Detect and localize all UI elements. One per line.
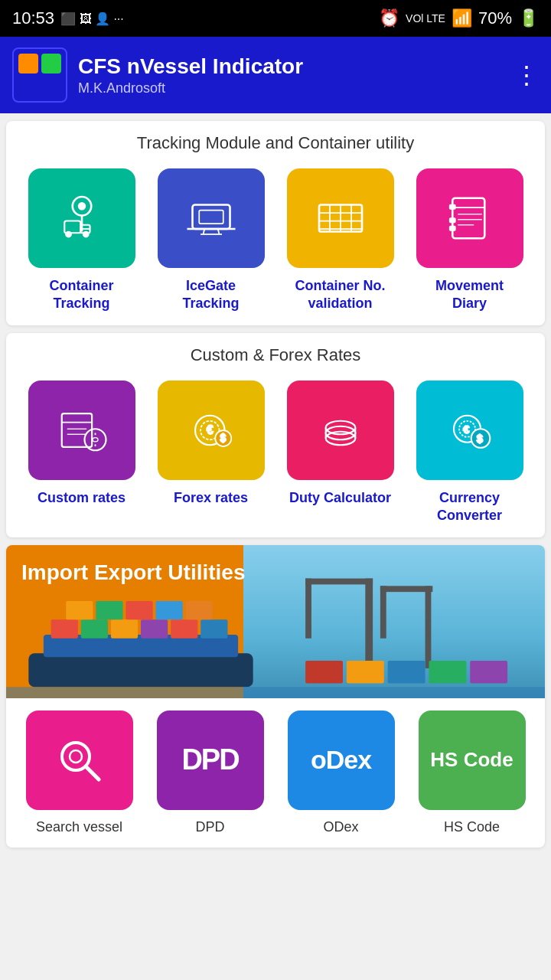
svg-rect-52 [111, 619, 138, 638]
tracking-section: Tracking Module and Container utility Co… [6, 121, 545, 325]
svg-rect-27 [449, 227, 455, 230]
odex-label: ODex [323, 819, 358, 835]
hscode-item[interactable]: HS Code HS Code [411, 710, 533, 835]
duty-calculator-icon-box [287, 381, 394, 480]
alarm-icon: ⏰ [379, 8, 399, 28]
status-icons: ⬛ 🖼 👤 ··· [60, 11, 124, 26]
svg-rect-67 [305, 661, 343, 683]
search-vessel-label: Search vessel [36, 819, 122, 835]
import-export-banner: Import Export Utilities [6, 545, 545, 698]
svg-rect-20 [452, 198, 484, 239]
movement-diary-label: MovementDiary [435, 277, 504, 313]
svg-rect-68 [347, 661, 384, 683]
svg-rect-65 [380, 586, 432, 592]
odex-text: oDex [311, 745, 371, 775]
import-export-title: Import Export Utilities [21, 560, 245, 585]
truck-location-icon [55, 191, 109, 245]
forex-rates-icon-box: € $ [158, 381, 265, 480]
svg-rect-71 [470, 661, 507, 683]
odex-item[interactable]: oDex ODex [280, 710, 402, 835]
svg-text:€: € [206, 423, 213, 436]
svg-point-4 [66, 232, 71, 237]
svg-text:$: $ [476, 433, 483, 445]
movement-diary-item[interactable]: MovementDiary [409, 168, 530, 313]
battery-icon: 🔋 [518, 8, 539, 28]
app-title-group: CFS nVessel Indicator M.K.Androsoft [78, 54, 303, 96]
container-tracking-item[interactable]: ContainerTracking [21, 168, 142, 313]
app-bar: CFS nVessel Indicator M.K.Androsoft ⋮ [0, 37, 551, 113]
diary-icon [443, 191, 497, 245]
app-subtitle: M.K.Androsoft [78, 80, 303, 96]
tracking-section-title: Tracking Module and Container utility [18, 133, 533, 153]
svg-point-1 [78, 203, 85, 210]
logo-square-blue [18, 77, 38, 96]
svg-rect-9 [199, 211, 223, 224]
svg-rect-60 [186, 600, 213, 619]
svg-rect-26 [449, 218, 455, 222]
logo-square-orange [18, 54, 38, 74]
duty-calculator-item[interactable]: Duty Calculator [280, 381, 400, 525]
hscode-text: HS Code [430, 748, 513, 772]
dpd-item[interactable]: DPD DPD [149, 710, 271, 835]
svg-text:€: € [463, 423, 469, 435]
container-tracking-icon-box [28, 168, 135, 268]
svg-rect-7 [192, 205, 230, 230]
svg-rect-72 [6, 687, 545, 698]
svg-rect-28 [61, 413, 91, 447]
svg-rect-69 [388, 661, 425, 683]
icegate-tracking-label: IceGateTracking [182, 277, 239, 313]
svg-rect-62 [305, 578, 373, 584]
currency-converter-item[interactable]: € $ CurrencyConverter [409, 381, 530, 525]
laptop-icon [184, 191, 238, 245]
custom-rates-label: Custom rates [37, 489, 126, 507]
search-vessel-icon-box [26, 710, 133, 810]
dpd-label: DPD [195, 819, 224, 835]
forex-section-title: Custom & Forex Rates [18, 345, 533, 365]
svg-point-75 [70, 750, 82, 763]
container-validation-icon [314, 191, 367, 245]
custom-rates-icon-box [28, 381, 135, 480]
more-options-button[interactable]: ⋮ [514, 60, 539, 90]
custom-rates-icon [55, 403, 109, 457]
forex-rates-item[interactable]: € $ Forex rates [151, 381, 271, 525]
svg-rect-50 [51, 619, 78, 638]
status-time: 10:53 ⬛ 🖼 👤 ··· [12, 8, 124, 28]
movement-diary-icon-box [416, 168, 523, 268]
status-right-icons: ⏰ VOl LTE 📶 70% 🔋 [379, 8, 539, 28]
status-bar: 10:53 ⬛ 🖼 👤 ··· ⏰ VOl LTE 📶 70% 🔋 [0, 0, 551, 37]
tracking-grid: ContainerTracking IceGateTracking [18, 168, 533, 313]
signal-bars-icon: 📶 [452, 8, 472, 28]
currency-converter-label: CurrencyConverter [437, 489, 502, 525]
hscode-icon-box: HS Code [419, 710, 526, 810]
svg-text:$: $ [220, 432, 226, 444]
svg-line-74 [86, 766, 99, 779]
forex-section: Custom & Forex Rates Custom rates [6, 333, 545, 537]
svg-point-32 [84, 429, 106, 450]
import-export-section: Import Export Utilities Search vessel DP… [6, 545, 545, 848]
container-validation-item[interactable]: Container No.validation [280, 168, 400, 313]
utility-grid: Search vessel DPD DPD oDex ODex HS Code … [6, 698, 545, 848]
svg-rect-64 [425, 586, 432, 668]
svg-rect-2 [64, 221, 80, 234]
svg-rect-51 [81, 619, 108, 638]
custom-rates-item[interactable]: Custom rates [21, 381, 142, 525]
svg-point-5 [83, 232, 88, 237]
network-icon: VOl LTE [406, 12, 445, 24]
svg-rect-55 [201, 619, 227, 638]
search-vessel-item[interactable]: Search vessel [18, 710, 140, 835]
svg-rect-57 [96, 600, 122, 619]
svg-rect-53 [141, 619, 168, 638]
icegate-tracking-icon-box [158, 168, 265, 268]
duty-calculator-label: Duty Calculator [289, 489, 391, 507]
svg-rect-58 [126, 600, 152, 619]
svg-rect-54 [171, 619, 197, 638]
battery-level: 70% [478, 8, 512, 28]
icegate-tracking-item[interactable]: IceGateTracking [151, 168, 271, 313]
time-display: 10:53 [12, 8, 54, 28]
svg-rect-70 [429, 661, 466, 683]
currency-converter-icon-box: € $ [416, 381, 523, 480]
forex-rates-label: Forex rates [174, 489, 248, 507]
svg-rect-63 [305, 578, 311, 638]
currency-converter-icon: € $ [443, 403, 497, 457]
port-scene-svg [6, 576, 545, 698]
